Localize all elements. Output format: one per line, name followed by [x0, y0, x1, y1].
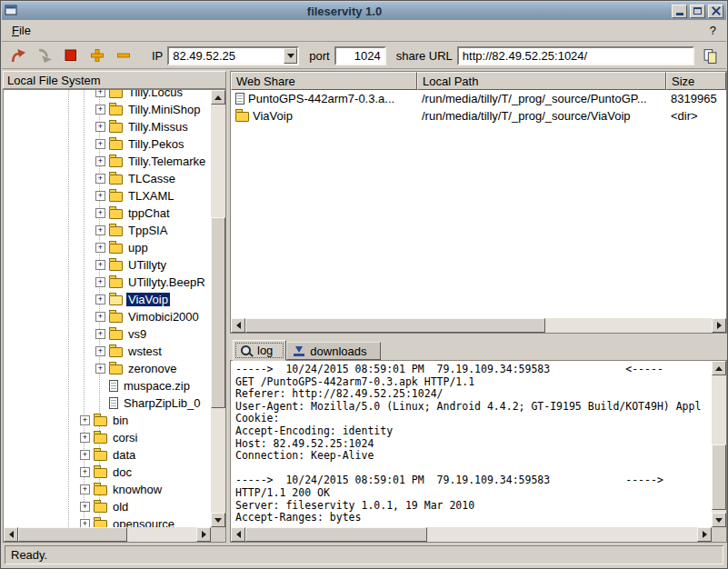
- scroll-up-button[interactable]: [211, 90, 225, 105]
- scrollbar-thumb[interactable]: [211, 217, 225, 408]
- tab-downloads[interactable]: downloads: [286, 342, 380, 360]
- ip-combobox[interactable]: [167, 46, 299, 65]
- expander-icon[interactable]: [80, 519, 90, 527]
- share-url-input[interactable]: [459, 48, 693, 64]
- expander-icon[interactable]: [95, 90, 105, 97]
- log-vertical-scrollbar[interactable]: [712, 361, 726, 527]
- expander-icon[interactable]: [95, 139, 105, 149]
- scroll-left-button[interactable]: [4, 527, 18, 542]
- tree-item[interactable]: wstest: [4, 343, 211, 360]
- expander-icon[interactable]: [95, 329, 105, 339]
- expander-icon[interactable]: [80, 502, 90, 512]
- ip-input[interactable]: [169, 48, 284, 64]
- scroll-right-button[interactable]: [697, 527, 712, 542]
- scrollbar-thumb[interactable]: [712, 444, 726, 510]
- tree-item[interactable]: UTillyty: [4, 256, 211, 274]
- tree-item-label: knowhow: [111, 483, 164, 496]
- expander-icon[interactable]: [95, 122, 105, 132]
- tree-item[interactable]: Tilly.Pekos: [4, 135, 211, 153]
- column-header-web-share[interactable]: Web Share: [231, 72, 417, 90]
- expander-icon[interactable]: [95, 243, 105, 253]
- stop-server-button[interactable]: [60, 45, 82, 66]
- port-input[interactable]: [336, 48, 384, 64]
- tree-item[interactable]: bin: [4, 412, 211, 429]
- tree-item[interactable]: Tilly.MiniShop: [4, 101, 211, 118]
- scroll-up-button[interactable]: [712, 361, 726, 375]
- scrollbar-thumb[interactable]: [18, 527, 127, 542]
- scrollbar-thumb[interactable]: [245, 527, 427, 542]
- scroll-left-button[interactable]: [231, 527, 245, 542]
- expander-icon[interactable]: [95, 174, 105, 184]
- scrollbar-thumb[interactable]: [245, 318, 545, 333]
- expander-icon[interactable]: [95, 225, 105, 235]
- scroll-down-button[interactable]: [211, 513, 225, 527]
- tree-item[interactable]: data: [4, 446, 211, 464]
- column-header-size[interactable]: Size: [666, 72, 726, 90]
- expander-icon[interactable]: [95, 346, 105, 356]
- expander-icon[interactable]: [95, 105, 105, 115]
- log-view[interactable]: -----> 10/24/2015 08:59:01 PM 79.19.109.…: [231, 361, 712, 527]
- table-row[interactable]: ViaVoip /run/media/tilly/T/_prog/_source…: [231, 107, 726, 125]
- expander-icon[interactable]: [80, 484, 90, 494]
- port-field[interactable]: [334, 46, 386, 65]
- tree-item[interactable]: tppChat: [4, 205, 211, 222]
- tree-item[interactable]: SharpZipLib_0: [4, 394, 211, 412]
- menu-file[interactable]: File: [5, 21, 37, 40]
- scroll-down-button[interactable]: [712, 513, 726, 527]
- folder-icon: [235, 112, 249, 122]
- log-horizontal-scrollbar[interactable]: [231, 527, 712, 542]
- tree-item[interactable]: old: [4, 498, 211, 515]
- ip-dropdown-button[interactable]: [284, 48, 297, 64]
- menu-help[interactable]: ?: [703, 21, 723, 40]
- expander-icon[interactable]: [95, 191, 105, 201]
- tree-item[interactable]: zeronove: [4, 360, 211, 377]
- expander-icon[interactable]: [80, 415, 90, 425]
- table-horizontal-scrollbar[interactable]: [231, 318, 726, 333]
- tree-vertical-scrollbar[interactable]: [211, 90, 225, 527]
- tree-item[interactable]: Tilly.Locus: [4, 90, 211, 101]
- scroll-left-button[interactable]: [231, 318, 245, 333]
- file-tree[interactable]: Tilly.Locus Tilly.MiniShop Tilly.Missus …: [4, 90, 211, 527]
- expander-icon[interactable]: [80, 467, 90, 477]
- tree-item[interactable]: Tilly.Missus: [4, 118, 211, 135]
- expander-icon[interactable]: [95, 364, 105, 374]
- tree-item[interactable]: UTillyty.BeepR: [4, 274, 211, 291]
- tree-item[interactable]: Tilly.Telemarke: [4, 153, 211, 170]
- minimize-button[interactable]: [672, 5, 687, 18]
- tree-item[interactable]: Vimobici2000: [4, 308, 211, 325]
- scroll-right-button[interactable]: [712, 318, 726, 333]
- add-share-button[interactable]: [86, 45, 108, 66]
- expander-icon[interactable]: [95, 312, 105, 322]
- tree-item[interactable]: doc: [4, 464, 211, 481]
- tree-item[interactable]: TppSIA: [4, 222, 211, 239]
- tree-item[interactable]: knowhow: [4, 481, 211, 498]
- share-url-field[interactable]: [457, 46, 694, 65]
- scroll-right-button[interactable]: [196, 527, 211, 542]
- tree-item[interactable]: opensource: [4, 515, 211, 527]
- tree-item[interactable]: muspace.zip: [4, 377, 211, 394]
- maximize-button[interactable]: [690, 5, 705, 18]
- expander-icon[interactable]: [80, 450, 90, 460]
- tree-horizontal-scrollbar[interactable]: [4, 527, 211, 542]
- tree-item[interactable]: corsi: [4, 429, 211, 446]
- tree-item[interactable]: ViaVoip: [4, 291, 211, 308]
- expander-icon[interactable]: [80, 433, 90, 443]
- folder-icon: [109, 90, 123, 98]
- expander-icon[interactable]: [95, 277, 105, 287]
- forward-button[interactable]: [34, 45, 55, 66]
- tree-item[interactable]: vs9: [4, 325, 211, 343]
- close-button[interactable]: [708, 5, 723, 18]
- remove-share-button[interactable]: [113, 45, 135, 66]
- expander-icon[interactable]: [95, 260, 105, 270]
- copy-url-button[interactable]: [699, 45, 721, 66]
- expander-icon[interactable]: [95, 208, 105, 218]
- expander-icon[interactable]: [95, 156, 105, 166]
- open-url-button[interactable]: [7, 45, 29, 66]
- tree-item[interactable]: TLCasse: [4, 170, 211, 187]
- expander-icon[interactable]: [95, 294, 105, 304]
- tree-item[interactable]: TLXAML: [4, 187, 211, 205]
- tab-log[interactable]: log: [233, 340, 286, 361]
- tree-item[interactable]: upp: [4, 239, 211, 256]
- table-row[interactable]: PuntoGPS-442arm7-0.3.a... /run/media/til…: [231, 90, 726, 107]
- column-header-local-path[interactable]: Local Path: [417, 72, 666, 90]
